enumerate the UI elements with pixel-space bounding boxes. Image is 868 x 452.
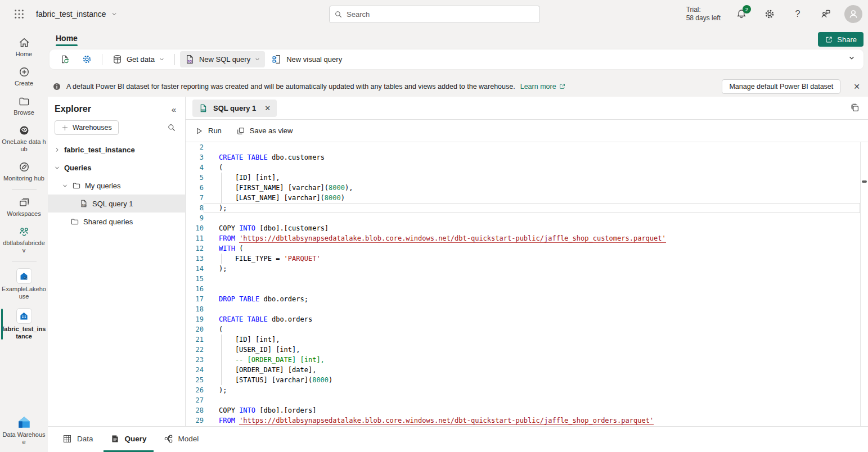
warehouse-settings-button[interactable] [77,51,97,67]
code-line[interactable]: 14); [186,264,860,274]
code-line[interactable]: 25 [STATUS] [varchar](8000) [186,375,860,385]
explorer-search-icon[interactable] [167,123,176,132]
rail-item-workspaces[interactable]: Workspaces [0,192,48,222]
code-text[interactable]: COPY INTO [dbo].[customers] [204,223,860,233]
rail-item-browse[interactable]: Browse [0,91,48,120]
code-line[interactable]: 18 [186,304,860,314]
collapse-ribbon-button[interactable] [848,54,856,62]
get-data-button[interactable]: Get data [107,51,169,67]
code-line[interactable]: 6 [FIRST_NAME] [varchar](8000), [186,183,860,193]
code-line[interactable]: 15 [186,274,860,284]
rail-item-fabric-test-instance[interactable]: fabric_test_instance [0,304,48,344]
code-text[interactable]: ); [204,203,860,213]
code-text[interactable]: CREATE TABLE dbo.customers [204,152,860,162]
run-button[interactable]: Run [195,126,222,135]
code-text[interactable] [204,395,860,405]
learn-more-link[interactable]: Learn more [520,83,566,91]
save-as-view-button[interactable]: Save as view [236,126,293,135]
code-text[interactable] [204,142,860,152]
code-line[interactable]: 22 [USER_ID] [int], [186,345,860,355]
code-line[interactable]: 26); [186,385,860,395]
code-line[interactable]: 23 -- [ORDER_DATE] [int], [186,355,860,365]
ribbon-tab-home[interactable]: Home [55,31,79,48]
tree-item-shared-queries[interactable]: Shared queries [48,213,185,230]
code-editor[interactable]: 23CREATE TABLE dbo.customers4(5 [ID] [in… [186,142,868,426]
rail-item-home[interactable]: Home [0,33,48,62]
workspace-switcher[interactable]: fabric_test_instance [36,10,118,19]
code-text[interactable]: WITH ( [204,243,860,254]
code-line[interactable]: 21 [ID] [int], [186,335,860,345]
code-text[interactable]: [ORDER_DATE] [date], [204,365,860,375]
rail-item-create[interactable]: Create [0,62,48,91]
code-text[interactable] [204,213,860,223]
code-line[interactable]: 5 [ID] [int], [186,173,860,183]
code-line[interactable]: 10COPY INTO [dbo].[customers] [186,223,860,233]
rail-item-data-warehouse[interactable]: Data Warehouse [0,411,48,450]
tree-item-queries[interactable]: Queries [48,159,185,177]
search-input[interactable] [347,10,535,19]
global-search[interactable] [329,6,540,23]
settings-button[interactable] [760,4,779,24]
rail-item-onelake-data-hub[interactable]: OneLake data hub [0,120,48,157]
code-line[interactable]: 24 [ORDER_DATE] [date], [186,365,860,375]
refresh-dataset-button[interactable] [55,51,75,67]
tab-close-icon[interactable]: ✕ [264,104,271,112]
notifications-button[interactable]: 2 [732,4,751,24]
code-text[interactable]: ); [204,385,860,395]
code-text[interactable]: CREATE TABLE dbo.orders [204,314,860,324]
code-line[interactable]: 8); [186,203,860,213]
rail-item-examplelakehouse[interactable]: ExampleLakehouse [0,264,48,304]
code-line[interactable]: 3CREATE TABLE dbo.customers [186,152,860,162]
copy-as-button[interactable] [850,103,860,113]
code-text[interactable]: FROM 'https://dbtlabsynapsedatalake.blob… [204,233,860,243]
code-line[interactable]: 11FROM 'https://dbtlabsynapsedatalake.bl… [186,233,860,243]
code-text[interactable]: [FIRST_NAME] [varchar](8000), [204,183,860,193]
manage-default-dataset-button[interactable]: Manage default Power BI dataset [722,79,840,94]
feedback-button[interactable] [816,4,835,24]
new-visual-query-button[interactable]: New visual query [267,51,347,67]
bottom-tab-data[interactable]: Data [56,427,100,452]
tree-item-sql-query-1[interactable]: SQL SQL query 1 [48,195,185,213]
code-line[interactable]: 27 [186,395,860,405]
bottom-tab-model[interactable]: Model [157,427,206,452]
code-line[interactable]: 2 [186,142,860,152]
tree-item-my-queries[interactable]: My queries [48,177,185,195]
code-text[interactable]: FROM 'https://dbtlabsynapsedatalake.blob… [204,415,860,426]
code-line[interactable]: 13 FILE_TYPE = 'PARQUET' [186,254,860,264]
help-button[interactable]: ? [788,4,807,24]
code-text[interactable]: [STATUS] [varchar](8000) [204,375,860,385]
rail-item-monitoring-hub[interactable]: Monitoring hub [0,157,48,186]
share-button[interactable]: Share [818,32,863,47]
add-warehouses-button[interactable]: Warehouses [55,120,119,135]
code-text[interactable]: COPY INTO [dbo].[orders] [204,405,860,415]
code-text[interactable]: [ID] [int], [204,173,860,183]
code-text[interactable]: ); [204,264,860,274]
code-text[interactable] [204,304,860,314]
banner-close-icon[interactable]: ✕ [853,82,860,91]
code-line[interactable]: 12WITH ( [186,243,860,254]
code-line[interactable]: 7 [LAST_NAME] [varchar](8000) [186,193,860,203]
code-line[interactable]: 28COPY INTO [dbo].[orders] [186,405,860,415]
app-launcher-icon[interactable] [12,7,26,21]
code-line[interactable]: 19CREATE TABLE dbo.orders [186,314,860,324]
code-text[interactable]: ( [204,324,860,335]
code-text[interactable]: [LAST_NAME] [varchar](8000) [204,193,860,203]
rail-item-workspace-dbtlabsfabricdev[interactable]: dbtlabsfabricdev [0,222,48,258]
collapse-explorer-icon[interactable]: « [172,105,176,114]
scrollbar-thumb[interactable] [862,180,867,183]
code-text[interactable]: [ID] [int], [204,335,860,345]
code-text[interactable] [204,274,860,284]
tree-item-warehouse[interactable]: fabric_test_instance [48,141,185,159]
bottom-tab-query[interactable]: Query [104,427,154,452]
code-text[interactable]: -- [ORDER_DATE] [int], [204,355,860,365]
code-line[interactable]: 17DROP TABLE dbo.orders; [186,294,860,304]
code-line[interactable]: 4( [186,162,860,173]
code-text[interactable]: DROP TABLE dbo.orders; [204,294,860,304]
code-text[interactable]: [USER_ID] [int], [204,345,860,355]
account-avatar[interactable] [844,5,862,23]
code-line[interactable]: 29FROM 'https://dbtlabsynapsedatalake.bl… [186,415,860,426]
tab-sql-query-1[interactable]: SQL SQL query 1 ✕ [192,100,277,117]
code-line[interactable]: 9 [186,213,860,223]
code-line[interactable]: 20( [186,324,860,335]
code-text[interactable]: ( [204,162,860,173]
